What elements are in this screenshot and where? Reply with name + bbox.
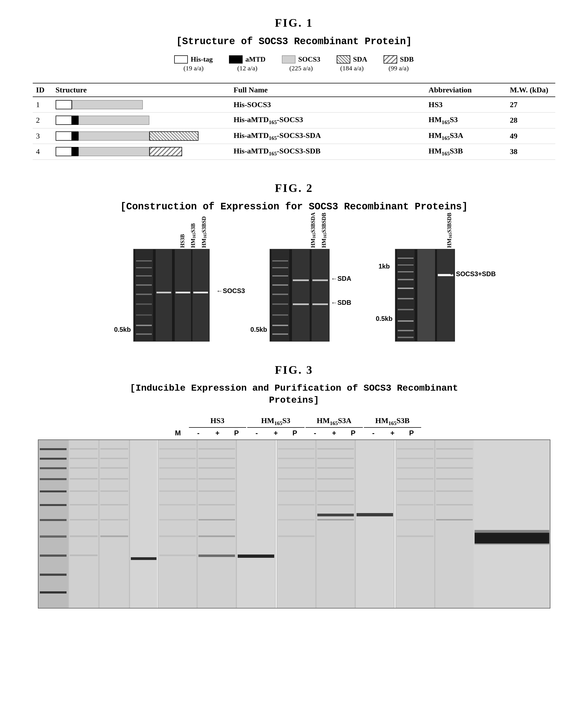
svg-rect-26 (272, 325, 288, 326)
gel-panel-1: HS3B HM165S3B HM165S3BSD 0.5kb (133, 220, 210, 342)
svg-rect-120 (317, 467, 354, 469)
row1-structure (52, 97, 230, 112)
row4-id: 4 (33, 144, 52, 160)
svg-rect-41 (398, 298, 414, 299)
svg-rect-58 (40, 490, 66, 492)
svg-rect-116 (278, 536, 315, 537)
fig3-hm165s3b-header: HM165S3B (364, 416, 421, 428)
svg-rect-129 (397, 448, 434, 449)
svg-rect-125 (317, 513, 354, 516)
svg-rect-25 (272, 314, 288, 316)
svg-rect-28 (292, 249, 310, 342)
legend-socs3-label: SOCS3 (298, 55, 320, 64)
row4-abbrev: HM165S3B (425, 144, 506, 160)
sdb-box (383, 55, 397, 64)
svg-rect-53 (38, 440, 68, 609)
row2-abbrev: HM165S3 (425, 112, 506, 128)
svg-rect-139 (436, 458, 473, 459)
col-header-mw: M.W. (kDa) (506, 83, 555, 97)
table-row: 1 His-SOCS3 HS3 27 (33, 97, 555, 112)
svg-rect-65 (69, 440, 99, 609)
svg-rect-134 (397, 504, 434, 505)
fig3-gel-svg (38, 439, 550, 609)
bar-socs3 (72, 100, 143, 109)
svg-rect-138 (436, 448, 473, 449)
svg-rect-37 (398, 265, 414, 266)
svg-rect-89 (159, 467, 196, 469)
row2-id: 2 (33, 112, 52, 128)
svg-rect-10 (136, 333, 152, 335)
svg-rect-119 (317, 458, 354, 459)
svg-rect-24 (272, 303, 288, 305)
svg-rect-101 (198, 490, 235, 492)
svg-rect-83 (100, 536, 128, 537)
svg-rect-23 (272, 294, 288, 295)
svg-rect-30 (293, 303, 309, 305)
svg-rect-35 (397, 249, 415, 342)
svg-rect-99 (198, 467, 235, 469)
svg-rect-136 (397, 536, 434, 537)
svg-rect-100 (198, 478, 235, 480)
legend-his-tag: His-tag (19 a/a) (174, 55, 213, 72)
svg-rect-135 (397, 519, 434, 521)
col-header-structure: Structure (52, 83, 230, 97)
svg-rect-47 (437, 249, 454, 342)
svg-rect-112 (278, 478, 315, 480)
fig1-section: FIG. 1 [Structure of SOCS3 Recombinant P… (33, 16, 555, 160)
svg-rect-145 (474, 440, 550, 609)
svg-rect-7 (136, 303, 152, 305)
gel2-sda-annotation: ←SDA (331, 275, 351, 282)
svg-rect-59 (40, 504, 66, 506)
svg-rect-66 (70, 448, 98, 449)
svg-rect-148 (475, 543, 549, 545)
row1-abbrev: HS3 (425, 97, 506, 112)
bar-socs3 (79, 115, 149, 125)
svg-rect-20 (272, 267, 288, 268)
gel3-label-1: HM165S3BSDB (444, 220, 455, 248)
fig3-group-headers: HS3 HM165S3 HM165S3A HM165S3B (33, 416, 555, 428)
svg-rect-70 (70, 490, 98, 492)
svg-rect-143 (436, 504, 473, 505)
svg-rect-36 (398, 258, 414, 259)
svg-rect-6 (136, 294, 152, 295)
gel1-label-3: HM165S3BSD (199, 220, 210, 248)
svg-rect-87 (159, 448, 196, 449)
svg-rect-127 (357, 513, 393, 516)
legend-his-tag-label: His-tag (191, 55, 213, 64)
svg-rect-122 (317, 490, 354, 492)
svg-rect-84 (130, 440, 157, 609)
fig3-gel-container (33, 439, 555, 609)
legend-sda-sublabel: (184 a/a) (340, 65, 364, 72)
socs3-box (282, 55, 295, 64)
fig3-lane-M: M (167, 429, 189, 437)
svg-rect-114 (278, 504, 315, 505)
svg-rect-8 (136, 314, 152, 316)
svg-rect-43 (398, 320, 414, 322)
row1-mw: 27 (506, 97, 555, 112)
svg-rect-107 (238, 554, 274, 558)
gel2-label-1: HM165S3BSDA (308, 220, 319, 248)
svg-rect-18 (272, 249, 289, 342)
amtd-box (229, 55, 243, 64)
svg-rect-68 (70, 467, 98, 469)
gel-panel-2: HM165S3BSDA HM165S3BSDB 0.5kb (270, 220, 330, 342)
legend-his-tag-sublabel: (19 a/a) (184, 65, 204, 72)
svg-rect-4 (136, 275, 152, 276)
svg-rect-130 (397, 458, 434, 459)
fig3-lane-hm1-pos: + (266, 429, 286, 437)
svg-rect-33 (312, 303, 328, 305)
svg-rect-13 (175, 249, 191, 342)
svg-rect-104 (198, 536, 235, 537)
svg-rect-137 (435, 440, 474, 609)
fig3-title: FIG. 3 (33, 363, 555, 377)
fig3-lane-hm3-pos: + (383, 429, 402, 437)
bar-socs3 (79, 147, 149, 156)
table-row: 2 His-aMTD165-SOCS3 HM165S3 28 (33, 112, 555, 128)
svg-rect-5 (136, 284, 152, 286)
svg-rect-96 (197, 440, 236, 609)
svg-rect-79 (100, 478, 128, 480)
svg-rect-60 (40, 519, 66, 521)
svg-rect-124 (317, 519, 354, 521)
fig3-lane-hm2-pos: + (325, 429, 344, 437)
svg-rect-98 (198, 458, 235, 459)
